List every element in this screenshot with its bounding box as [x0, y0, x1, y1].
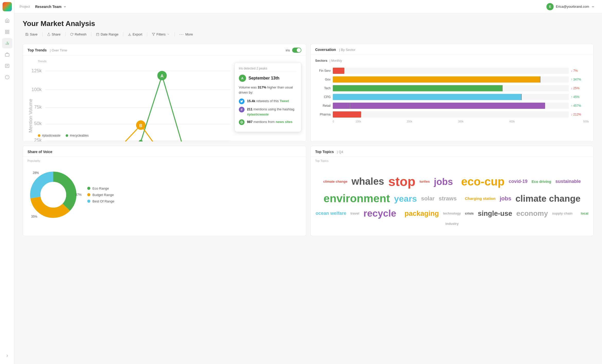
- legend-dot-best: [87, 200, 90, 203]
- sidebar-item-charts[interactable]: [2, 38, 12, 48]
- donut-label-37: 37%: [75, 193, 82, 197]
- export-button[interactable]: Export: [125, 31, 145, 38]
- word-jobs-medium[interactable]: jobs: [500, 195, 511, 202]
- word-packaging[interactable]: packaging: [405, 209, 439, 218]
- toolbar-divider-3: [91, 32, 91, 37]
- sov-inner-title: Popularity: [23, 157, 306, 164]
- sector-tech-value: ↓ 25%: [571, 86, 589, 90]
- coversation-card-body: Sectors | Monthly Fin Serv ↓ 7%: [311, 55, 594, 129]
- donut-label-28: 28%: [33, 171, 39, 175]
- word-years[interactable]: years: [394, 193, 417, 204]
- avatar: E: [546, 3, 554, 10]
- refresh-button[interactable]: Refresh: [67, 31, 89, 38]
- word-straws[interactable]: straws: [439, 195, 457, 202]
- svg-text:100k: 100k: [31, 87, 42, 92]
- topics-card: Top Topics | Q4 Top Topics climate chang…: [310, 146, 594, 236]
- word-supply-chain[interactable]: supply chain: [552, 211, 572, 216]
- word-cloud-content: climate change whales stop turtles jobs …: [315, 174, 589, 226]
- sidebar-item-briefcase[interactable]: [2, 49, 12, 60]
- word-technology[interactable]: technology: [443, 211, 461, 216]
- word-local[interactable]: local: [581, 211, 589, 216]
- sov-legend: Eco Range Budget Range Best Of Range: [87, 187, 114, 203]
- sectors-x-axis: 0 100k 200k 300k 400k 500k: [315, 120, 589, 123]
- sector-pharma-value: ↓ 212%: [571, 113, 589, 116]
- sectors-sub: | Monthly: [329, 59, 342, 63]
- filters-button[interactable]: Filters: [149, 31, 172, 38]
- user-chevron-icon: [591, 5, 595, 8]
- project-selector[interactable]: Research Team: [33, 4, 68, 10]
- word-climate-change-small[interactable]: climate change: [323, 180, 347, 184]
- sidebar-item-alert[interactable]: [2, 72, 12, 82]
- iris-popup-header: Iris detected 2 peaks: [239, 67, 297, 72]
- sector-cpg-bar-container: [333, 94, 569, 100]
- word-jobs-large[interactable]: jobs: [434, 176, 453, 187]
- word-eco-driving[interactable]: Eco driving: [531, 180, 551, 184]
- sidebar-item-home[interactable]: [2, 15, 12, 26]
- sector-retail-value: ↑ 457%: [571, 104, 589, 108]
- sector-cpg-label: CPG: [315, 95, 331, 99]
- save-button[interactable]: Save: [23, 31, 40, 38]
- word-sustainable[interactable]: sustainable: [555, 179, 581, 184]
- sector-retail-bar: [333, 103, 545, 109]
- iris-stat-globe: 987 mentions from news sites: [239, 119, 297, 125]
- toolbar-divider-4: [123, 32, 123, 37]
- sector-tech-bar-container: [333, 85, 569, 91]
- word-solar[interactable]: solar: [421, 195, 435, 202]
- word-travel[interactable]: travel: [350, 211, 359, 216]
- export-icon: [128, 33, 131, 36]
- legend-budget-range: Budget Range: [87, 193, 114, 197]
- word-cloud: climate change whales stop turtles jobs …: [311, 164, 594, 236]
- word-eco-cup[interactable]: eco-cup: [461, 175, 505, 189]
- more-button[interactable]: ··· More: [177, 31, 195, 38]
- svg-point-39: [139, 140, 143, 142]
- donut-chart: 28% 37% 35%: [28, 169, 79, 220]
- sector-gov-bar: [333, 76, 540, 83]
- calendar-icon: [96, 33, 99, 36]
- main-container: Project Research Team E Erica@yourbrand.…: [14, 0, 602, 364]
- share-button[interactable]: Share: [45, 31, 63, 38]
- user-menu[interactable]: E Erica@yourbrand.com: [544, 2, 597, 11]
- sector-cpg-value: ↑ 45%: [571, 95, 589, 99]
- topics-inner-title: Top Topics: [311, 157, 594, 164]
- word-single-use[interactable]: single-use: [478, 209, 512, 218]
- iris-toggle[interactable]: [292, 48, 301, 53]
- word-climate-change-large[interactable]: climate change: [516, 193, 581, 204]
- word-ocean-welfare[interactable]: ocean welfare: [316, 211, 346, 216]
- sidebar-item-grid[interactable]: [2, 27, 12, 37]
- word-charging[interactable]: Charging station: [465, 196, 495, 201]
- sector-gov-label: Gov: [315, 78, 331, 81]
- trends-card-header: Top Trends | Over Time iris: [23, 44, 306, 56]
- svg-rect-0: [5, 30, 7, 31]
- word-industry[interactable]: industry: [446, 222, 459, 226]
- svg-text:125k: 125k: [31, 68, 42, 73]
- topics-title: Top Topics: [315, 150, 334, 154]
- sector-retail: Retail ↑ 457%: [315, 103, 589, 109]
- sidebar-expand-button[interactable]: [2, 351, 12, 361]
- sector-retail-label: Retail: [315, 104, 331, 108]
- sector-pharma-bar: [333, 111, 361, 118]
- svg-text:A: A: [161, 74, 164, 78]
- word-recycle[interactable]: recycle: [363, 208, 396, 219]
- svg-marker-21: [152, 33, 155, 35]
- iris-popup-desc: Volume was 317% higher than usual driven…: [239, 85, 297, 95]
- trends-subtitle: | Over Time: [50, 48, 67, 52]
- word-stop[interactable]: stop: [388, 174, 415, 189]
- topnav: Project Research Team E Erica@yourbrand.…: [14, 0, 602, 13]
- sector-cpg: CPG ↑ 45%: [315, 94, 589, 100]
- legend-eco-range: Eco Range: [87, 187, 114, 190]
- svg-point-64: [40, 182, 66, 208]
- word-turtles[interactable]: turtles: [420, 180, 430, 184]
- sector-pharma-bar-container: [333, 111, 569, 118]
- app-logo[interactable]: [3, 2, 12, 11]
- word-covid19[interactable]: covid-19: [509, 179, 527, 184]
- word-economy[interactable]: economy: [516, 209, 548, 218]
- date-range-button[interactable]: Date Range: [93, 31, 121, 38]
- sector-pharma-label: Pharma: [315, 113, 331, 116]
- dashboard-grid: Top Trends | Over Time iris Trends 125k: [23, 44, 594, 236]
- sidebar-item-list[interactable]: [2, 61, 12, 71]
- sector-cpg-bar: [333, 94, 522, 100]
- word-environment[interactable]: environment: [324, 192, 390, 205]
- word-whales[interactable]: whales: [352, 176, 384, 188]
- word-crisis[interactable]: crisis: [465, 211, 474, 216]
- sector-gov-bar-container: [333, 76, 569, 83]
